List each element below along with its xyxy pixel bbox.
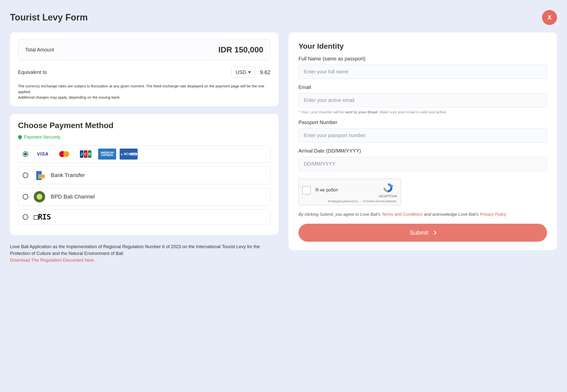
radio-qris[interactable] [23, 214, 28, 220]
mastercard-logo-icon [55, 149, 73, 160]
identity-card: Your Identity Full Name (same as passpor… [288, 32, 557, 250]
amount-card: Total Amount IDR 150,000 Equivalent to U… [10, 32, 279, 106]
footer-text: Love Bali Application as the Implementat… [10, 243, 279, 257]
payment-option-cards[interactable]: VISA J C B AMERICANEXPRESS ▲ BCACard [18, 145, 271, 163]
qris-logo-icon: □RIS [34, 212, 51, 221]
payment-title: Choose Payment Method [18, 121, 271, 130]
recaptcha-brand: reCAPTCHA [379, 194, 397, 198]
amex-logo-icon: AMERICANEXPRESS [98, 149, 116, 160]
payment-option-qris[interactable]: □RIS [18, 209, 271, 224]
payment-option-bpd-bali[interactable]: BPD Bali Channel [18, 188, 271, 206]
passport-label: Passport Number [298, 120, 547, 125]
email-note: * Your Levy Voucher will be sent to your… [298, 110, 547, 114]
bca-logo-icon: ▲ BCACard [120, 149, 138, 160]
equivalent-label: Equivalent to [18, 69, 47, 75]
card-logos: VISA J C B AMERICANEXPRESS ▲ BCACard [34, 149, 138, 160]
submit-label: Submit [410, 229, 428, 236]
recaptcha-terms-link[interactable]: Условия использования [363, 199, 396, 203]
radio-bank-transfer[interactable] [23, 173, 28, 178]
recaptcha-widget: Я не робот reCAPTCHA [298, 179, 401, 205]
total-amount-label: Total Amount [25, 47, 54, 53]
recaptcha-logo-icon [382, 182, 393, 193]
equivalent-value: 9.62 [260, 69, 271, 76]
total-amount-value: IDR 150,000 [218, 45, 263, 54]
payment-option-bank-transfer[interactable]: Bank Transfer [18, 166, 271, 184]
email-label: Email [298, 84, 547, 90]
bank-transfer-icon [34, 170, 45, 181]
exchange-disclaimer-1: The currency exchange rates are subject … [18, 83, 271, 95]
footer-note: Love Bali Application as the Implementat… [10, 242, 279, 264]
submit-button[interactable]: Submit [298, 224, 547, 242]
shield-icon [18, 135, 22, 140]
exchange-disclaimer-2: Additional charges may apply, depending … [18, 95, 271, 99]
bank-transfer-label: Bank Transfer [51, 172, 85, 179]
agree-text: By clicking Submit, you agree to Love Ba… [298, 211, 547, 218]
chevron-right-icon [432, 230, 436, 235]
close-button[interactable]: X [542, 10, 557, 25]
terms-link[interactable]: Terms and Conditions [382, 212, 423, 217]
recaptcha-links: Конфиденциальность - Условия использован… [302, 199, 397, 203]
currency-value: USD [236, 69, 246, 75]
bpd-bali-icon [34, 191, 45, 202]
total-amount-box: Total Amount IDR 150,000 [18, 39, 271, 60]
privacy-link[interactable]: Privacy Policy [480, 212, 506, 217]
email-input[interactable] [298, 93, 547, 107]
identity-title: Your Identity [298, 42, 547, 50]
payment-secure-label: Payment Securely [18, 135, 271, 140]
arrival-date-input[interactable] [298, 157, 547, 171]
currency-select[interactable]: USD [231, 67, 255, 78]
fullname-label: Full Name (same as passport) [298, 56, 547, 62]
visa-logo-icon: VISA [34, 149, 52, 160]
recaptcha-checkbox[interactable] [302, 186, 311, 195]
recaptcha-privacy-link[interactable]: Конфиденциальность [328, 199, 358, 203]
svg-rect-2 [38, 176, 45, 177]
radio-bpd-bali[interactable] [23, 194, 28, 199]
recaptcha-text: Я не робот [315, 188, 338, 193]
fullname-input[interactable] [298, 65, 547, 79]
chevron-down-icon [248, 71, 251, 73]
passport-input[interactable] [298, 128, 547, 143]
radio-cards[interactable] [23, 151, 28, 157]
jcb-logo-icon: J C B [77, 149, 95, 160]
bpd-bali-label: BPD Bali Channel [51, 194, 95, 200]
download-regulation-link[interactable]: Download The Regulation Document here. [10, 258, 95, 263]
arrival-date-label: Arrival Date (DD/MM/YYYY) [298, 148, 547, 154]
payment-card: Choose Payment Method Payment Securely V… [10, 114, 279, 235]
page-title: Tourist Levy Form [10, 12, 88, 23]
